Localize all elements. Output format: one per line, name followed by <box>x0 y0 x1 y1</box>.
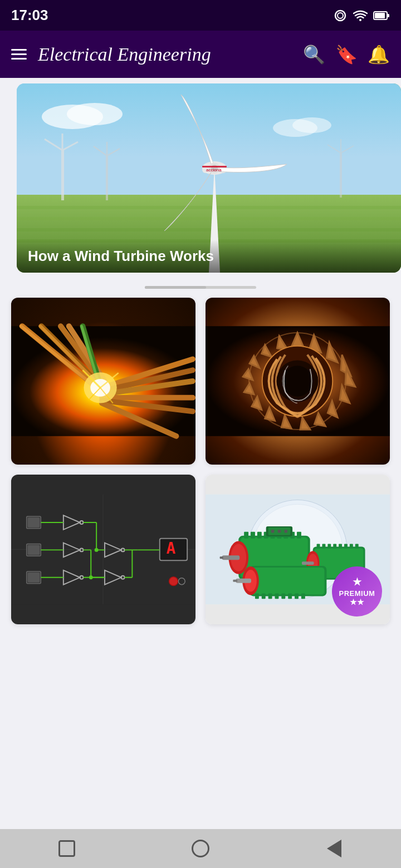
svg-rect-16 <box>61 150 64 200</box>
scroll-indicator <box>0 278 401 292</box>
svg-rect-68 <box>28 545 40 555</box>
status-icons <box>333 8 390 23</box>
svg-rect-139 <box>255 593 259 599</box>
svg-rect-13 <box>17 217 401 220</box>
svg-rect-143 <box>281 593 285 599</box>
premium-badge: ★ PREMIUM ★★ <box>332 566 382 617</box>
svg-rect-20 <box>106 156 108 200</box>
svg-point-100 <box>178 578 185 585</box>
card-logic-circuits[interactable]: A Logic Circuits <box>11 475 195 624</box>
card-electrical-machines[interactable]: Design of Electrical Machines <box>206 298 390 465</box>
hero-section: acciona How a Wind Turbine Works <box>0 78 401 278</box>
svg-rect-150 <box>233 580 237 582</box>
svg-rect-138 <box>252 568 324 594</box>
battery-icon <box>373 11 390 21</box>
card-general-concepts[interactable]: General Concepts <box>11 298 195 465</box>
hero-title: How a Wind Turbine Works <box>17 240 401 273</box>
search-button[interactable]: 🔍 <box>303 44 325 65</box>
card-image-electric-motors: ★ PREMIUM ★★ <box>206 475 390 624</box>
svg-rect-131 <box>344 544 348 549</box>
svg-point-123 <box>284 530 287 533</box>
coil-illustration <box>206 298 390 465</box>
svg-rect-127 <box>322 544 325 549</box>
card-electric-motors[interactable]: ★ PREMIUM ★★ Electric Motors <box>206 475 390 624</box>
home-button[interactable] <box>53 835 81 862</box>
svg-rect-129 <box>333 544 336 549</box>
scroll-bar <box>145 286 256 289</box>
svg-rect-146 <box>301 593 305 599</box>
wifi-icon <box>353 10 368 21</box>
recents-button[interactable] <box>320 835 348 862</box>
svg-rect-144 <box>288 593 292 599</box>
svg-rect-132 <box>350 544 353 549</box>
triangle-icon <box>327 840 341 857</box>
svg-rect-12 <box>17 206 401 209</box>
status-time: 17:03 <box>11 7 48 24</box>
square-icon <box>58 840 75 857</box>
svg-rect-106 <box>244 532 248 539</box>
recording-icon <box>333 8 348 23</box>
card-image-logic-circuits: A <box>11 475 195 624</box>
hero-card[interactable]: acciona How a Wind Turbine Works <box>17 83 401 273</box>
svg-rect-14 <box>17 228 401 231</box>
svg-rect-34 <box>202 166 227 167</box>
back-button[interactable] <box>187 835 214 862</box>
svg-rect-5 <box>387 14 389 17</box>
svg-rect-142 <box>275 593 278 599</box>
svg-rect-117 <box>222 555 240 560</box>
svg-rect-140 <box>262 593 266 599</box>
card-image-electrical-machines <box>206 298 390 465</box>
svg-point-122 <box>277 530 281 533</box>
svg-rect-24 <box>340 153 342 198</box>
svg-point-2 <box>359 19 361 21</box>
svg-rect-114 <box>297 532 301 539</box>
svg-rect-145 <box>295 593 299 599</box>
svg-rect-149 <box>236 579 251 583</box>
svg-rect-4 <box>375 13 385 18</box>
notification-button[interactable]: 🔔 <box>368 44 390 65</box>
svg-point-98 <box>89 575 93 579</box>
hamburger-menu-button[interactable] <box>11 49 27 60</box>
svg-rect-107 <box>251 532 255 539</box>
svg-rect-108 <box>257 532 262 539</box>
svg-rect-133 <box>355 544 359 549</box>
svg-rect-136 <box>302 561 314 565</box>
logic-illustration: A <box>11 475 195 624</box>
svg-rect-67 <box>28 517 40 527</box>
content-grid: General Concepts <box>0 292 401 635</box>
bottom-navigation <box>0 829 401 868</box>
svg-rect-130 <box>339 544 342 549</box>
svg-point-60 <box>282 366 312 396</box>
svg-point-1 <box>338 13 343 18</box>
bookmark-button[interactable]: 🔖 <box>335 44 358 65</box>
cables-illustration <box>11 298 195 465</box>
app-title: Electrical Engineering <box>38 44 303 65</box>
svg-point-8 <box>67 103 123 125</box>
svg-rect-141 <box>268 593 272 599</box>
svg-text:A: A <box>167 539 176 558</box>
svg-point-97 <box>95 548 99 552</box>
svg-rect-128 <box>327 544 331 549</box>
app-bar: Electrical Engineering 🔍 🔖 🔔 <box>0 31 401 78</box>
svg-rect-126 <box>317 544 320 549</box>
circle-icon <box>192 840 209 857</box>
svg-point-10 <box>292 117 331 133</box>
svg-text:acciona: acciona <box>206 167 222 172</box>
status-bar: 17:03 <box>0 0 401 31</box>
header-actions: 🔍 🔖 🔔 <box>303 44 390 65</box>
svg-rect-69 <box>28 573 40 583</box>
svg-rect-118 <box>220 556 223 559</box>
svg-point-0 <box>335 11 345 21</box>
svg-point-99 <box>169 577 178 586</box>
scroll-bar-fill <box>145 286 206 289</box>
svg-point-121 <box>271 530 275 533</box>
card-image-general-concepts <box>11 298 195 465</box>
